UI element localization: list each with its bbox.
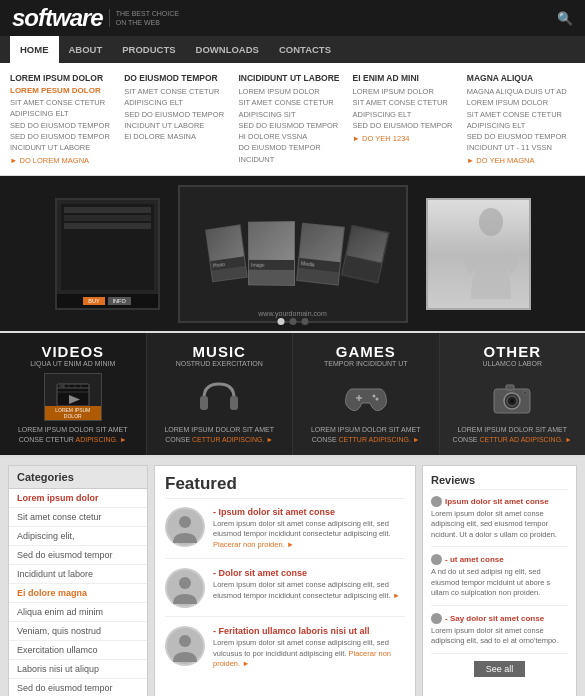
section-other: OTHER ULLAMCO LABOR LOREM IPSUM DOLOR SI… <box>440 333 586 455</box>
review-avatar-2 <box>431 554 442 565</box>
feat-content-1: - Ipsum dolor sit amet conse Lorem ipsum… <box>213 507 405 551</box>
section-videos-title: VIDEOS <box>41 343 104 360</box>
feat-desc-3: Lorem ipsum dolor sit amet conse adipisc… <box>213 638 405 670</box>
col1-text: SIT AMET CONSE CTETURADIPISCING ELTSED D… <box>10 97 118 153</box>
svg-point-0 <box>479 208 503 236</box>
section-music-desc: LOREM IPSUM DOLOR SIT AMET CONSE CETTUR … <box>155 425 285 445</box>
section-other-desc: LOREM IPSUM DOLOR SIT AMET CONSE CETTUR … <box>448 425 578 445</box>
col1-link[interactable]: ► DO LOREM MAGNA <box>10 156 118 165</box>
feat-content-2: - Dolor sit amet conse Lorem ipsum dolor… <box>213 568 405 608</box>
reviews-see-all-button[interactable]: See all <box>474 661 526 677</box>
top-col-2: DO EIUSMOD TEMPOR SIT AMET CONSE CTETURA… <box>124 73 232 165</box>
section-other-sub: ULLAMCO LABOR <box>482 360 542 367</box>
section-games: GAMES TEMPOR INCIDIDUNT UT LOREM IPSUM D… <box>293 333 440 455</box>
slide-left: BUY INFO <box>55 198 160 310</box>
slideshow-dots <box>277 318 308 325</box>
featured-item-1: - Ipsum dolor sit amet conse Lorem ipsum… <box>165 507 405 560</box>
feat-title-1: - Ipsum dolor sit amet conse <box>213 507 405 517</box>
review-2-name: - ut amet conse <box>431 554 568 565</box>
games-icon <box>337 373 395 421</box>
top-columns: LOREM IPSUM DOLOR LOREM PESUM DOLOR SIT … <box>0 63 585 176</box>
svg-rect-5 <box>59 385 65 387</box>
nav-item-contacts[interactable]: CONTACTS <box>269 36 341 63</box>
feat-img-1 <box>165 507 205 547</box>
col1-heading: LOREM IPSUM DOLOR <box>10 73 118 83</box>
svg-point-21 <box>523 391 527 395</box>
feat-content-3: - Feritation ullamco laboris nisi ut all… <box>213 626 405 670</box>
sidebar-item[interactable]: Veniam, quis nostrud <box>9 622 147 641</box>
sidebar-item[interactable]: Aliqua enim ad minim <box>9 603 147 622</box>
top-col-3: INCIDIDUNT UT LABORE LOREM IPSUM DOLORSI… <box>238 73 346 165</box>
review-2: - ut amet conse A nd do ut sed adipisi n… <box>431 554 568 606</box>
feat-desc-1: Lorem ipsum dolor sit amet conse adipisc… <box>213 519 405 551</box>
dot-1[interactable] <box>277 318 284 325</box>
sidebar-list: Lorem ipsum dolor Sit amet conse ctetur … <box>9 489 147 696</box>
featured-title: Featured <box>165 474 405 499</box>
svg-rect-11 <box>230 396 238 410</box>
col4-heading: EI ENIM AD MINI <box>353 73 461 83</box>
main-nav: HOME ABOUT PRODUCTS DOWNLOADS CONTACTS <box>0 36 585 63</box>
sidebar-item[interactable]: Sed do eiusmod tempor <box>9 679 147 696</box>
nav-item-home[interactable]: HOME <box>10 36 59 63</box>
logo-text: software <box>12 4 103 32</box>
sidebar-item[interactable]: Sed do eiusmod tempor <box>9 546 147 565</box>
section-games-sub: TEMPOR INCIDIDUNT UT <box>324 360 407 367</box>
feat-title-2: - Dolor sit amet conse <box>213 568 405 578</box>
feat-img-3 <box>165 626 205 666</box>
col5-link[interactable]: ► DO YEH MAGNA <box>467 156 575 165</box>
featured-section: Featured - Ipsum dolor sit amet conse Lo… <box>154 465 416 696</box>
svg-point-23 <box>179 516 191 528</box>
section-games-desc: LOREM IPSUM DOLOR SIT AMET CONSE CETTUR … <box>301 425 431 445</box>
sidebar-item[interactable]: Adipiscing elit, <box>9 527 147 546</box>
sidebar-title: Categories <box>9 466 147 489</box>
music-icon <box>190 373 248 421</box>
review-3: - Say dolor sit amet conse Lorem ipsum d… <box>431 613 568 654</box>
sidebar-item[interactable]: Sit amet conse ctetur <box>9 508 147 527</box>
svg-point-19 <box>510 399 514 403</box>
sidebar-item[interactable]: Ei dolore magna <box>9 584 147 603</box>
svg-point-15 <box>375 398 378 401</box>
sidebar-item[interactable]: Incididunt ut labore <box>9 565 147 584</box>
review-avatar-3 <box>431 613 442 624</box>
site-header: software THE BEST CHOICE ON THE WEB 🔍 <box>0 0 585 36</box>
dot-3[interactable] <box>301 318 308 325</box>
sidebar-item[interactable]: Lorem ipsum dolor <box>9 489 147 508</box>
reviews-title: Reviews <box>431 474 568 490</box>
dot-2[interactable] <box>289 318 296 325</box>
review-1: Ipsum dolor sit amet conse Lorem ipsum d… <box>431 496 568 548</box>
slide-right <box>426 198 531 310</box>
logo-tagline: THE BEST CHOICE ON THE WEB <box>109 9 179 27</box>
col5-text: MAGNA ALIQUA DUIS UT ADLOREM IPSUM DOLOR… <box>467 86 575 154</box>
svg-rect-10 <box>200 396 208 410</box>
col3-text: LOREM IPSUM DOLORSIT AMET CONSE CTETURAD… <box>238 86 346 165</box>
feat-img-2 <box>165 568 205 608</box>
col4-link[interactable]: ► DO YEH 1234 <box>353 134 461 143</box>
nav-item-about[interactable]: ABOUT <box>59 36 113 63</box>
slideshow: BUY INFO Photo Image Media <box>0 176 585 331</box>
col1-subtitle: LOREM PESUM DOLOR <box>10 86 118 95</box>
section-music-sub: NOSTRUD EXERCITATION <box>176 360 263 367</box>
col3-heading: INCIDIDUNT UT LABORE <box>238 73 346 83</box>
review-1-name: Ipsum dolor sit amet conse <box>431 496 568 507</box>
svg-point-27 <box>179 635 191 647</box>
col2-text: SIT AMET CONSE CTETURADIPISCING ELTSED D… <box>124 86 232 142</box>
section-videos: VIDEOS LIQUA UT ENIM AD MINIM LOREM IPSU… <box>0 333 147 455</box>
review-2-text: A nd do ut sed adipisi ng elit, sed eius… <box>431 567 568 599</box>
col5-heading: MAGNA ALIQUA <box>467 73 575 83</box>
review-3-name: - Say dolor sit amet conse <box>431 613 568 624</box>
featured-item-3: - Feritation ullamco laboris nisi ut all… <box>165 626 405 670</box>
nav-item-downloads[interactable]: DOWNLOADS <box>186 36 269 63</box>
section-other-title: OTHER <box>484 343 542 360</box>
top-col-4: EI ENIM AD MINI LOREM IPSUM DOLORSIT AME… <box>353 73 461 165</box>
search-icon[interactable]: 🔍 <box>557 11 573 26</box>
col4-text: LOREM IPSUM DOLORSIT AMET CONSE CTETURAD… <box>353 86 461 131</box>
featured-item-2: - Dolor sit amet conse Lorem ipsum dolor… <box>165 568 405 617</box>
section-videos-sub: LIQUA UT ENIM AD MINIM <box>30 360 115 367</box>
review-3-text: Lorem ipsum dolor sit amet conse adipisc… <box>431 626 568 647</box>
sidebar-item[interactable]: Exercitation ullamco <box>9 641 147 660</box>
sidebar-item[interactable]: Laboris nisi ut aliqup <box>9 660 147 679</box>
nav-item-products[interactable]: PRODUCTS <box>112 36 185 63</box>
section-music: MUSIC NOSTRUD EXERCITATION LOREM IPSUM D… <box>147 333 294 455</box>
feature-sections: VIDEOS LIQUA UT ENIM AD MINIM LOREM IPSU… <box>0 331 585 457</box>
reviews-section: Reviews Ipsum dolor sit amet conse Lorem… <box>422 465 577 696</box>
